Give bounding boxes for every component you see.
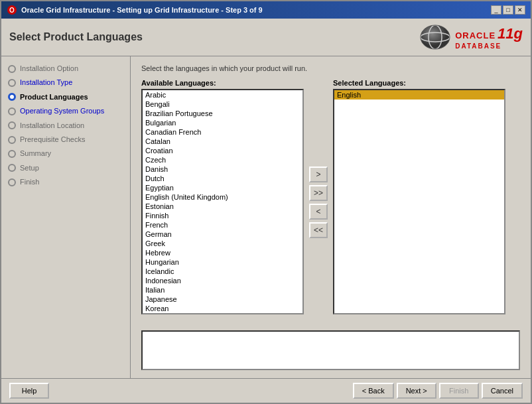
available-lang-item[interactable]: German: [143, 230, 302, 239]
available-languages-list[interactable]: ArabicBengaliBrazilian PortugueseBulgari…: [141, 89, 304, 314]
finish-button[interactable]: Finish: [439, 383, 479, 399]
minimize-button[interactable]: _: [491, 5, 501, 15]
sidebar-label-4: Installation Location: [20, 121, 84, 131]
maximize-button[interactable]: □: [503, 5, 513, 15]
main-content: Installation OptionInstallation TypeProd…: [1, 56, 531, 378]
sidebar-label-6: Summary: [20, 149, 51, 159]
close-button[interactable]: ✕: [515, 5, 525, 15]
sidebar-label-5: Prerequisite Checks: [20, 135, 85, 145]
available-lang-item[interactable]: Greek: [143, 239, 302, 248]
available-lang-item[interactable]: Korean: [143, 304, 302, 313]
header-area: Select Product Languages ORACLE 11g: [1, 19, 531, 56]
back-button[interactable]: < Back: [353, 383, 394, 399]
oracle-db-text: DATABASE: [455, 42, 523, 50]
available-lang-item[interactable]: Estonian: [143, 202, 302, 211]
available-lang-item[interactable]: English (United Kingdom): [143, 192, 302, 202]
oracle-text: ORACLE: [455, 31, 496, 40]
page-title: Select Product Languages: [9, 31, 143, 43]
svg-text:O: O: [9, 7, 15, 14]
available-lang-item[interactable]: Hungarian: [143, 257, 302, 267]
selected-lang-item[interactable]: English: [334, 90, 504, 100]
oracle-sphere-icon: [418, 24, 452, 50]
selected-languages-panel: Selected Languages: English: [333, 79, 505, 325]
available-lang-item[interactable]: Icelandic: [143, 267, 302, 276]
oracle-version: 11g: [498, 25, 523, 42]
available-lang-item[interactable]: Hebrew: [143, 248, 302, 257]
move-all-left-button[interactable]: <<: [309, 222, 328, 238]
sidebar-label-7: Setup: [20, 163, 39, 173]
nav-buttons: < Back Next > Finish Cancel: [353, 383, 523, 399]
cancel-button[interactable]: Cancel: [482, 383, 523, 399]
languages-container: Available Languages: ArabicBengaliBrazil…: [141, 79, 520, 325]
selected-label: Selected Languages:: [333, 79, 505, 87]
sidebar-item-8: Finish: [1, 175, 130, 189]
move-all-right-button[interactable]: >>: [309, 185, 328, 201]
available-lang-item[interactable]: Egyptian: [143, 183, 302, 192]
available-lang-item[interactable]: Finnish: [143, 211, 302, 220]
main-window: O Oracle Grid Infrastructure - Setting u…: [0, 0, 532, 404]
sidebar-item-5: Prerequisite Checks: [1, 133, 130, 147]
move-left-button[interactable]: <: [309, 204, 328, 220]
available-lang-item[interactable]: Dutch: [143, 174, 302, 183]
sidebar-item-1[interactable]: Installation Type: [1, 76, 130, 90]
available-lang-item[interactable]: Czech: [143, 155, 302, 165]
title-bar: O Oracle Grid Infrastructure - Setting u…: [1, 1, 531, 19]
title-bar-left: O Oracle Grid Infrastructure - Setting u…: [7, 5, 263, 15]
sidebar-item-2: Product Languages: [1, 90, 130, 104]
available-languages-scroll[interactable]: ArabicBengaliBrazilian PortugueseBulgari…: [143, 90, 302, 313]
available-lang-item[interactable]: French: [143, 220, 302, 230]
content-description: Select the languages in which your produ…: [141, 64, 520, 72]
title-bar-buttons: _ □ ✕: [491, 5, 525, 15]
sidebar-item-4: Installation Location: [1, 119, 130, 133]
sidebar-label-8: Finish: [20, 177, 39, 187]
available-lang-item[interactable]: Bulgarian: [143, 118, 302, 127]
oracle-brand: ORACLE 11g DATABASE: [455, 25, 523, 50]
sidebar-item-0: Installation Option: [1, 62, 130, 76]
next-button[interactable]: Next >: [397, 383, 436, 399]
available-lang-item[interactable]: Bengali: [143, 100, 302, 109]
move-right-button[interactable]: >: [309, 167, 328, 182]
sidebar: Installation OptionInstallation TypeProd…: [1, 56, 131, 378]
available-lang-item[interactable]: Croatian: [143, 146, 302, 155]
available-lang-item[interactable]: Arabic: [143, 90, 302, 100]
sidebar-label-0: Installation Option: [20, 64, 78, 74]
bottom-bar: Help < Back Next > Finish Cancel: [1, 378, 531, 403]
available-lang-item[interactable]: Italian: [143, 285, 302, 295]
window-title: Oracle Grid Infrastructure - Setting up …: [21, 6, 263, 14]
content-area: Select the languages in which your produ…: [131, 56, 531, 378]
sidebar-item-7: Setup: [1, 161, 130, 175]
available-label: Available Languages:: [141, 79, 304, 87]
sidebar-item-3[interactable]: Operating System Groups: [1, 104, 130, 118]
info-area: [141, 330, 520, 370]
selected-languages-list[interactable]: English: [333, 89, 505, 314]
sidebar-label-1: Installation Type: [20, 78, 72, 88]
available-lang-item[interactable]: Canadian French: [143, 127, 302, 137]
sidebar-label-3: Operating System Groups: [20, 106, 104, 116]
available-lang-item[interactable]: Indonesian: [143, 276, 302, 285]
oracle-logo: ORACLE 11g DATABASE: [418, 24, 523, 50]
help-button[interactable]: Help: [9, 383, 49, 399]
window-icon: O: [7, 5, 17, 15]
available-lang-item[interactable]: Brazilian Portuguese: [143, 109, 302, 118]
available-lang-item[interactable]: Catalan: [143, 137, 302, 146]
available-lang-item[interactable]: Danish: [143, 165, 302, 174]
available-lang-item[interactable]: Japanese: [143, 295, 302, 304]
sidebar-item-6: Summary: [1, 147, 130, 161]
sidebar-label-2: Product Languages: [20, 92, 88, 102]
available-languages-panel: Available Languages: ArabicBengaliBrazil…: [141, 79, 304, 325]
transfer-buttons: > >> < <<: [306, 79, 330, 325]
